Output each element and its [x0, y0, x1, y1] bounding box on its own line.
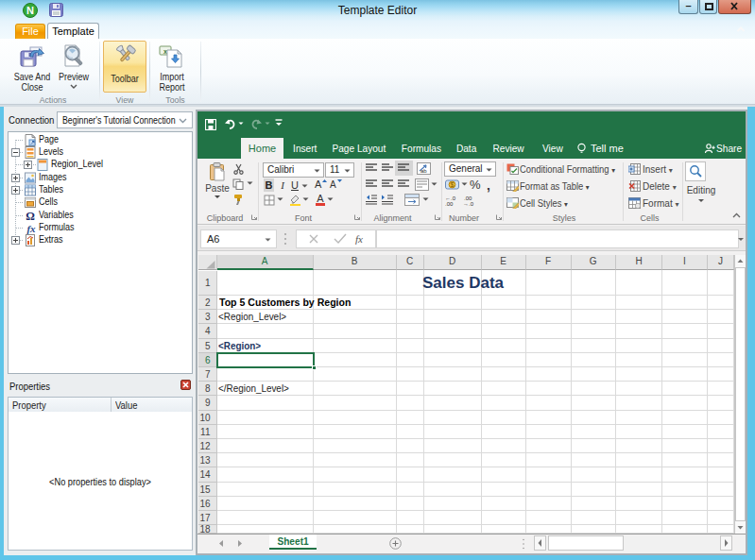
svg-text:N: N: [26, 5, 34, 16]
svg-text:x: x: [163, 48, 167, 55]
svg-text:fx: fx: [26, 223, 36, 234]
svg-text:Ω: Ω: [26, 210, 35, 222]
